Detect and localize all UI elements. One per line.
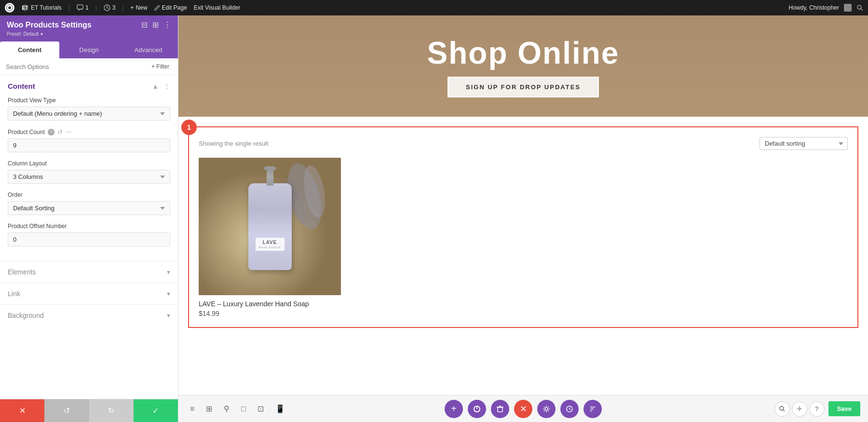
settings-button[interactable] bbox=[537, 400, 556, 418]
svg-point-16 bbox=[545, 408, 548, 410]
toolbar-rows-icon[interactable]: ≡ bbox=[186, 402, 198, 416]
toolbar-left: ≡ ⊞ ⚲ □ ⊡ 📱 bbox=[186, 401, 289, 416]
edit-page-label: Edit Page bbox=[162, 4, 187, 11]
comments-count: 3 bbox=[112, 4, 116, 11]
order-select[interactable]: Default Sorting Popularity Rating Date P… bbox=[8, 201, 170, 215]
product-count-more-icon[interactable]: ⋯ bbox=[66, 128, 72, 136]
svg-point-23 bbox=[799, 408, 800, 410]
redo-button[interactable]: ↻ bbox=[89, 399, 134, 422]
product-grid: LAVE BAIN SAVON LAVE – Luxury Lavender H… bbox=[199, 158, 848, 317]
section-header-icons: ▲ ⋮ bbox=[152, 82, 170, 90]
order-group: Order Default Sorting Popularity Rating … bbox=[8, 191, 170, 215]
site-name-link[interactable]: ET ET Tutorials bbox=[21, 4, 62, 12]
soap-label: LAVE BAIN SAVON bbox=[256, 238, 285, 251]
main-layout: Woo Products Settings ⊟ ⊞ ⋮ Preset: Defa… bbox=[0, 15, 868, 422]
toolbar-right: ? Save bbox=[774, 401, 860, 417]
filter-label: + Filter bbox=[151, 63, 169, 70]
settings-toolbar-icon[interactable] bbox=[792, 401, 807, 417]
svg-point-21 bbox=[780, 407, 784, 410]
svg-point-1 bbox=[8, 6, 11, 9]
section-badge: 1 bbox=[181, 120, 197, 135]
undo-button[interactable]: ↺ bbox=[44, 399, 89, 422]
tab-design[interactable]: Design bbox=[59, 41, 119, 58]
product-count-reset-icon[interactable]: ↺ bbox=[57, 128, 63, 136]
svg-line-6 bbox=[861, 9, 863, 11]
preset-label: Preset: Default bbox=[7, 31, 39, 37]
search-toolbar-icon[interactable] bbox=[774, 401, 790, 417]
search-icon[interactable] bbox=[856, 4, 863, 11]
product-view-type-select[interactable]: Default (Menu ordering + name) Name Date… bbox=[8, 107, 170, 121]
toolbar-search-icon[interactable]: ⚲ bbox=[220, 401, 233, 416]
sort-button[interactable] bbox=[583, 400, 602, 418]
preset-row[interactable]: Preset: Default ▾ bbox=[7, 31, 171, 37]
comments-link[interactable]: 1 bbox=[77, 4, 89, 11]
close-button[interactable]: ✕ bbox=[514, 400, 532, 418]
content-section: Content ▲ ⋮ Product View Type Default (M… bbox=[0, 75, 178, 261]
elements-section: Elements ▾ bbox=[0, 261, 178, 283]
toolbar-mobile-icon[interactable]: 📱 bbox=[271, 401, 289, 416]
sidebar-header: Woo Products Settings ⊟ ⊞ ⋮ Preset: Defa… bbox=[0, 15, 178, 41]
toolbar-desktop-icon[interactable]: □ bbox=[237, 402, 250, 416]
layout-icon[interactable]: ⊞ bbox=[152, 20, 159, 29]
admin-bar: ET ET Tutorials | 1 | 3 | + New Edit Pag… bbox=[0, 0, 868, 15]
add-button[interactable]: + bbox=[445, 400, 463, 418]
elements-header[interactable]: Elements ▾ bbox=[8, 268, 170, 276]
product-count-help-icon[interactable]: ? bbox=[48, 129, 54, 136]
save-button[interactable]: Save bbox=[828, 401, 860, 416]
product-image: LAVE BAIN SAVON bbox=[199, 158, 341, 295]
delete-button[interactable] bbox=[491, 400, 509, 418]
admin-bar-right: Howdy, Christopher bbox=[789, 4, 863, 12]
product-section: 1 Showing the single result Default sort… bbox=[178, 117, 868, 395]
new-link[interactable]: + New bbox=[131, 4, 148, 11]
product-offset-label: Product Offset Number bbox=[8, 223, 170, 230]
product-card[interactable]: LAVE BAIN SAVON LAVE – Luxury Lavender H… bbox=[199, 158, 408, 317]
builder-toolbar: ≡ ⊞ ⚲ □ ⊡ 📱 + ✕ bbox=[178, 395, 868, 422]
sorting-select[interactable]: Default sorting Sort by popularity Sort … bbox=[760, 137, 848, 150]
product-count-group: Product Count ? ↺ ⋯ bbox=[8, 128, 170, 152]
column-layout-select[interactable]: 3 Columns 2 Columns 4 Columns 1 Column bbox=[8, 170, 170, 184]
search-bar: + Filter bbox=[0, 58, 178, 75]
history-button[interactable] bbox=[560, 400, 579, 418]
background-header[interactable]: Background ▾ bbox=[8, 312, 170, 319]
comments-count-link[interactable]: 3 bbox=[104, 4, 116, 11]
svg-point-5 bbox=[857, 5, 861, 9]
exit-builder-link[interactable]: Exit Visual Builder bbox=[194, 4, 241, 11]
bottom-actions: ✕ ↺ ↻ ✓ bbox=[0, 399, 178, 422]
edit-page-link[interactable]: Edit Page bbox=[154, 4, 187, 11]
hero-title: Shop Online bbox=[427, 35, 620, 71]
search-input[interactable] bbox=[6, 63, 145, 70]
more-options-icon[interactable]: ⋮ bbox=[163, 20, 171, 29]
toolbar-tablet-icon[interactable]: ⊡ bbox=[254, 401, 268, 416]
wp-logo-icon[interactable] bbox=[5, 3, 14, 13]
cancel-button[interactable]: ✕ bbox=[0, 399, 44, 422]
hero-section: Shop Online SIGN UP FOR DROP UPDATES bbox=[178, 15, 868, 117]
product-offset-input[interactable] bbox=[8, 232, 170, 246]
power-button[interactable] bbox=[468, 400, 486, 418]
toolbar-grid-icon[interactable]: ⊞ bbox=[202, 401, 216, 416]
column-layout-group: Column Layout 3 Columns 2 Columns 4 Colu… bbox=[8, 160, 170, 184]
confirm-button[interactable]: ✓ bbox=[134, 399, 178, 422]
sidebar-title-icons: ⊟ ⊞ ⋮ bbox=[141, 20, 171, 29]
link-title: Link bbox=[8, 290, 20, 298]
link-header[interactable]: Link ▾ bbox=[8, 290, 170, 298]
filter-button[interactable]: + Filter bbox=[149, 62, 172, 71]
preset-chevron-icon: ▾ bbox=[41, 31, 43, 37]
section-options-icon[interactable]: ⋮ bbox=[163, 82, 170, 90]
avatar bbox=[844, 4, 852, 12]
soap-bottle: LAVE BAIN SAVON bbox=[248, 183, 292, 270]
tab-content[interactable]: Content bbox=[0, 41, 59, 58]
admin-bar-left: ET ET Tutorials | 1 | 3 | + New Edit Pag… bbox=[5, 3, 781, 13]
hero-cta-button[interactable]: SIGN UP FOR DROP UPDATES bbox=[448, 77, 599, 97]
help-toolbar-icon[interactable]: ? bbox=[809, 401, 825, 417]
collapse-section-icon[interactable]: ▲ bbox=[152, 82, 159, 90]
sidebar-title-row: Woo Products Settings ⊟ ⊞ ⋮ bbox=[7, 20, 171, 29]
background-section: Background ▾ bbox=[0, 304, 178, 326]
link-section: Link ▾ bbox=[0, 283, 178, 304]
minimize-icon[interactable]: ⊟ bbox=[141, 20, 148, 29]
new-label: New bbox=[136, 4, 148, 11]
elements-collapse-icon: ▾ bbox=[167, 268, 170, 276]
tab-advanced[interactable]: Advanced bbox=[119, 41, 178, 58]
product-count-input[interactable] bbox=[8, 138, 170, 152]
product-offset-group: Product Offset Number bbox=[8, 223, 170, 246]
howdy-text: Howdy, Christopher bbox=[789, 4, 839, 11]
